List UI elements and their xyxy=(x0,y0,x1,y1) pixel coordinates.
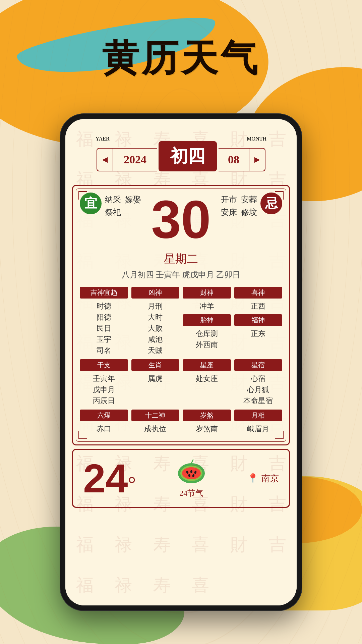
nav-bar: ◄ 2024 初四 08 ► xyxy=(75,145,287,175)
xishen-label: 喜神 xyxy=(234,287,283,299)
phone-mockup: 福禄寿喜財吉福禄寿喜財吉福禄寿喜財吉福禄寿喜財吉福禄寿喜財吉福禄寿喜財吉福禄寿喜… xyxy=(60,114,302,610)
xiongshen-label: 凶神 xyxy=(131,287,180,299)
phone-frame: 福禄寿喜財吉福禄寿喜財吉福禄寿喜財吉福禄寿喜財吉福禄寿喜財吉福禄寿喜財吉福禄寿喜… xyxy=(60,114,302,610)
calendar-card: 宜 纳采 祭祀 嫁娶 xyxy=(72,185,290,445)
info-cell-xingxiu: 星宿 心宿心月狐本命星宿 xyxy=(234,359,283,406)
jishen-value: 时德阳德民日玉宇司名 xyxy=(80,301,128,356)
location-name: 南京 xyxy=(261,473,279,484)
weather-label: 24节气 xyxy=(179,488,203,498)
info-cell-xishen: 喜神 正西 福神 正东 xyxy=(234,287,283,356)
ji-item-1: 开市 xyxy=(221,194,237,206)
yi-item-1: 纳采 xyxy=(105,194,121,206)
xiongshen-value: 月刑大时大败咸池天贼 xyxy=(131,301,180,356)
liuyao-label: 六燿 xyxy=(80,410,128,421)
day-of-week: 星期二 xyxy=(80,251,282,267)
ji-item-2: 安床 xyxy=(221,207,237,218)
xingxiu-label: 星宿 xyxy=(234,359,283,371)
corner-decoration-bl xyxy=(78,431,87,439)
shier-label: 十二神 xyxy=(131,410,180,421)
yuexiang-label: 月相 xyxy=(234,410,283,421)
info-cell-xingzuo: 星座 处女座 xyxy=(183,359,231,406)
liuyao-value: 赤口 xyxy=(80,423,128,434)
xingzuo-value: 处女座 xyxy=(183,373,231,384)
app-title: 黄历天气 xyxy=(0,34,362,84)
year-display: 2024 xyxy=(113,148,157,171)
degree-symbol: ° xyxy=(128,473,136,495)
fushen-label: 福神 xyxy=(234,314,283,326)
info-cell-shengxiao: 生肖 属虎 xyxy=(131,359,180,406)
ji-item-3: 安葬 xyxy=(241,194,257,206)
shier-value: 成执位 xyxy=(131,423,180,434)
xingzuo-label: 星座 xyxy=(183,359,231,371)
ganzhi-value: 壬寅年戊申月丙辰日 xyxy=(80,373,128,406)
day-number-section: 30 xyxy=(144,193,218,246)
temperature-display: 24° xyxy=(83,458,136,498)
prev-arrow-button[interactable]: ◄ xyxy=(97,148,113,171)
location-section: 📍 南京 xyxy=(247,473,279,484)
xishen-value: 正西 xyxy=(234,301,283,312)
info-cell-ganzhi: 干支 壬寅年戊申月丙辰日 xyxy=(80,359,128,406)
ji-section: 开市 安床 安葬 修坟 忌 xyxy=(218,193,282,218)
fushen-value: 正东 xyxy=(234,328,283,339)
caishen-label: 财神 xyxy=(183,287,231,299)
jishen-label: 吉神宜趋 xyxy=(80,287,128,299)
phone-screen: 福禄寿喜財吉福禄寿喜財吉福禄寿喜財吉福禄寿喜財吉福禄寿喜財吉福禄寿喜財吉福禄寿喜… xyxy=(65,119,297,605)
info-cell-xiongshen: 凶神 月刑大时大败咸池天贼 xyxy=(131,287,180,356)
info-cell-suisha: 岁煞 岁煞南 xyxy=(183,410,231,434)
ganzhi-label: 干支 xyxy=(80,359,128,371)
weather-section: 24° xyxy=(72,449,290,508)
yi-item-2: 祭祀 xyxy=(105,207,121,218)
corner-decoration-tr xyxy=(275,191,284,200)
yi-col-2: 嫁娶 xyxy=(125,194,141,218)
yi-item-3: 嫁娶 xyxy=(125,194,141,206)
info-cell-liuyao: 六燿 赤口 xyxy=(80,410,128,434)
info-cell-caishen: 财神 冲羊 胎神 仓库测外西南 xyxy=(183,287,231,356)
info-grid-1: 吉神宜趋 时德阳德民日玉宇司名 凶神 月刑大时大败咸池天贼 财神 冲羊 胎神 仓… xyxy=(80,287,282,356)
day-badge: 初四 xyxy=(159,141,217,171)
info-cell-shier: 十二神 成执位 xyxy=(131,410,180,434)
suisha-label: 岁煞 xyxy=(183,410,231,421)
ji-col-1: 开市 安床 xyxy=(221,194,237,218)
yi-items: 纳采 祭祀 嫁娶 xyxy=(105,193,141,218)
ji-col-2: 安葬 修坟 xyxy=(241,194,257,218)
big-day-number: 30 xyxy=(151,193,211,246)
right-arrow-icon: ► xyxy=(252,154,262,165)
yi-ji-row: 宜 纳采 祭祀 嫁娶 xyxy=(80,193,282,246)
location-display: 📍 南京 xyxy=(247,473,279,484)
next-arrow-button[interactable]: ► xyxy=(249,148,265,171)
location-pin-icon: 📍 xyxy=(247,473,259,484)
taishen-label: 胎神 xyxy=(183,314,231,326)
left-arrow-icon: ◄ xyxy=(100,154,110,165)
weather-icon-section: 24节气 xyxy=(142,458,240,498)
corner-decoration-br xyxy=(275,431,284,439)
screen-content: 福禄寿喜財吉福禄寿喜財吉福禄寿喜財吉福禄寿喜財吉福禄寿喜財吉福禄寿喜財吉福禄寿喜… xyxy=(65,119,297,605)
navigation-header: YAER MONTH ◄ 2024 初四 08 ► xyxy=(65,119,297,181)
svg-line-8 xyxy=(191,460,193,463)
svg-point-4 xyxy=(190,470,192,473)
lunar-date: 八月初四 壬寅年 虎戊申月 乙卯日 xyxy=(80,269,282,280)
shengxiao-value: 属虎 xyxy=(131,373,180,384)
shengxiao-label: 生肖 xyxy=(131,359,180,371)
taishen-value: 仓库测外西南 xyxy=(183,328,231,350)
suisha-value: 岁煞南 xyxy=(183,423,231,434)
watermelon-icon xyxy=(175,458,208,485)
yi-section: 宜 纳采 祭祀 嫁娶 xyxy=(80,193,144,218)
corner-decoration-tl xyxy=(78,191,87,200)
year-label: YAER xyxy=(96,136,110,142)
ji-items: 开市 安床 安葬 修坟 xyxy=(221,193,257,218)
caishen-value: 冲羊 xyxy=(183,301,231,312)
info-cell-jishen: 吉神宜趋 时德阳德民日玉宇司名 xyxy=(80,287,128,356)
ji-item-4: 修坟 xyxy=(241,207,257,218)
temperature-value: 24 xyxy=(83,456,128,501)
month-label: MONTH xyxy=(247,136,266,142)
svg-point-2 xyxy=(182,467,201,479)
xingxiu-value: 心宿心月狐本命星宿 xyxy=(234,373,283,406)
month-display: 08 xyxy=(219,148,249,171)
info-grid-3: 六燿 赤口 十二神 成执位 岁煞 岁煞南 月相 xyxy=(80,410,282,434)
info-grid-2: 干支 壬寅年戊申月丙辰日 生肖 属虎 星座 处女座 星宿 xyxy=(80,359,282,406)
yi-col-1: 纳采 祭祀 xyxy=(105,194,121,218)
